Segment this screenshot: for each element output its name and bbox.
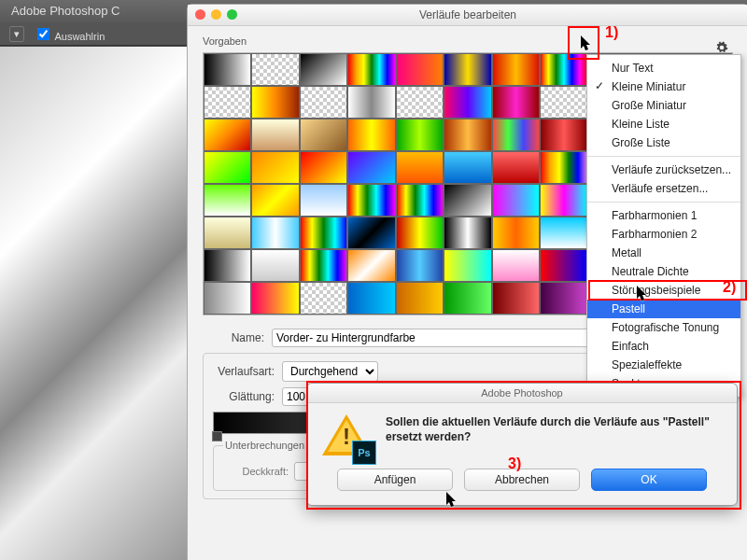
gradient-swatch[interactable] xyxy=(396,151,444,184)
gradient-swatch[interactable] xyxy=(347,282,395,315)
menu-item-metal[interactable]: Metall xyxy=(587,244,740,262)
gradient-swatch[interactable] xyxy=(300,217,347,249)
zoom-icon[interactable] xyxy=(227,9,237,20)
gradient-swatch[interactable] xyxy=(396,217,444,249)
gradient-swatch[interactable] xyxy=(251,249,299,282)
gradient-swatch[interactable] xyxy=(492,86,540,119)
gradient-swatch[interactable] xyxy=(492,184,540,217)
menu-item-large-thumb[interactable]: Große Miniatur xyxy=(587,96,740,115)
gradient-swatch[interactable] xyxy=(204,119,251,151)
ok-button[interactable]: OK xyxy=(591,469,707,491)
smoothness-label: Glättung: xyxy=(213,390,275,403)
gradient-swatch[interactable] xyxy=(347,217,395,249)
gradient-swatch[interactable] xyxy=(540,249,587,282)
gradient-swatch[interactable] xyxy=(300,151,347,184)
gradient-swatch[interactable] xyxy=(300,119,347,151)
menu-item-text-only[interactable]: Nur Text xyxy=(587,59,740,77)
menu-item-nd[interactable]: Neutrale Dichte xyxy=(587,262,740,281)
gradient-swatch[interactable] xyxy=(251,86,299,119)
gradient-swatch[interactable] xyxy=(396,86,444,119)
gradient-swatch[interactable] xyxy=(396,53,444,86)
cancel-button[interactable]: Abbrechen xyxy=(464,469,580,491)
gradient-swatch[interactable] xyxy=(444,249,491,282)
close-icon[interactable] xyxy=(195,9,205,20)
menu-item-small-list[interactable]: Kleine Liste xyxy=(587,115,740,133)
gradient-swatch[interactable] xyxy=(300,184,347,217)
document-canvas xyxy=(0,47,187,560)
gradient-swatch[interactable] xyxy=(540,217,587,249)
menu-item-replace[interactable]: Verläufe ersetzen... xyxy=(587,179,740,198)
menu-item-noise[interactable]: Störungsbeispiele xyxy=(587,281,740,300)
menu-item-harm1[interactable]: Farbharmonien 1 xyxy=(587,206,740,225)
menu-item-photo[interactable]: Fotografische Tonung xyxy=(587,318,740,337)
gradient-swatch[interactable] xyxy=(396,282,444,315)
minimize-icon[interactable] xyxy=(211,9,221,20)
gradient-swatch[interactable] xyxy=(540,282,587,315)
gradient-swatch[interactable] xyxy=(204,86,251,119)
name-label: Name: xyxy=(203,331,264,344)
selection-checkbox[interactable]: Auswahlrin xyxy=(34,25,105,43)
gradient-swatch[interactable] xyxy=(396,249,444,282)
gradient-swatch[interactable] xyxy=(347,151,395,184)
menu-item-harm2[interactable]: Farbharmonien 2 xyxy=(587,225,740,244)
gradient-swatch[interactable] xyxy=(251,151,299,184)
gradient-swatch[interactable] xyxy=(204,151,251,184)
opacity-stop[interactable] xyxy=(212,431,222,441)
gradient-swatch[interactable] xyxy=(540,184,587,217)
dropdown-icon[interactable]: ▾ xyxy=(9,26,24,42)
gradient-swatch[interactable] xyxy=(492,282,540,315)
gradient-swatch[interactable] xyxy=(347,119,395,151)
gradient-swatch[interactable] xyxy=(300,53,347,86)
menu-item-simple[interactable]: Einfach xyxy=(587,337,740,356)
gradient-swatch[interactable] xyxy=(492,119,540,151)
gradient-swatch[interactable] xyxy=(204,217,251,249)
gradient-swatch[interactable] xyxy=(300,282,347,315)
gradient-swatch[interactable] xyxy=(492,53,540,86)
menu-item-reset[interactable]: Verläufe zurücksetzen... xyxy=(587,161,740,179)
gradient-swatch[interactable] xyxy=(396,184,444,217)
gradient-swatch[interactable] xyxy=(204,249,251,282)
gradient-swatch[interactable] xyxy=(396,119,444,151)
menu-item-fx[interactable]: Spezialeffekte xyxy=(587,356,740,374)
presets-flyout-menu[interactable]: Nur Text✓Kleine MiniaturGroße MiniaturKl… xyxy=(586,54,741,398)
gradient-swatch[interactable] xyxy=(251,184,299,217)
warning-icon: ! Ps xyxy=(322,414,373,461)
gradient-swatch[interactable] xyxy=(492,217,540,249)
gradient-swatch[interactable] xyxy=(347,86,395,119)
gradient-swatch[interactable] xyxy=(204,282,251,315)
gradient-swatch[interactable] xyxy=(444,151,491,184)
menu-item-large-list[interactable]: Große Liste xyxy=(587,133,740,152)
gradient-swatch[interactable] xyxy=(540,86,587,119)
gradient-swatch[interactable] xyxy=(444,53,491,86)
append-button[interactable]: Anfügen xyxy=(337,469,453,491)
dialog-titlebar[interactable]: Verläufe bearbeiten xyxy=(188,5,747,26)
menu-item-pastel[interactable]: Pastell xyxy=(587,300,740,318)
gradient-swatch[interactable] xyxy=(347,184,395,217)
gradient-swatch[interactable] xyxy=(492,151,540,184)
cursor-3 xyxy=(446,492,458,509)
gradient-type-select[interactable]: Durchgehend xyxy=(282,361,378,382)
gradient-swatch[interactable] xyxy=(444,184,491,217)
ps-badge-icon: Ps xyxy=(352,441,376,465)
gradient-swatch[interactable] xyxy=(444,282,491,315)
gradient-swatch[interactable] xyxy=(540,53,587,86)
gradient-swatch[interactable] xyxy=(300,86,347,119)
gradient-swatch[interactable] xyxy=(251,53,299,86)
gradient-swatch[interactable] xyxy=(251,217,299,249)
gradient-swatch[interactable] xyxy=(204,53,251,86)
gradient-swatch[interactable] xyxy=(540,151,587,184)
gradient-swatch[interactable] xyxy=(300,249,347,282)
window-controls[interactable] xyxy=(195,9,237,20)
gradient-swatch[interactable] xyxy=(444,119,491,151)
gradient-swatch[interactable] xyxy=(492,249,540,282)
gradient-swatch[interactable] xyxy=(251,282,299,315)
gradient-swatch[interactable] xyxy=(251,119,299,151)
gradient-swatch[interactable] xyxy=(444,217,491,249)
gradient-swatch[interactable] xyxy=(444,86,491,119)
gradient-swatch[interactable] xyxy=(347,249,395,282)
menu-item-small-thumb[interactable]: ✓Kleine Miniatur xyxy=(587,77,740,96)
gear-icon xyxy=(715,41,728,54)
gradient-swatch[interactable] xyxy=(347,53,395,86)
gradient-swatch[interactable] xyxy=(204,184,251,217)
gradient-swatch[interactable] xyxy=(540,119,587,151)
